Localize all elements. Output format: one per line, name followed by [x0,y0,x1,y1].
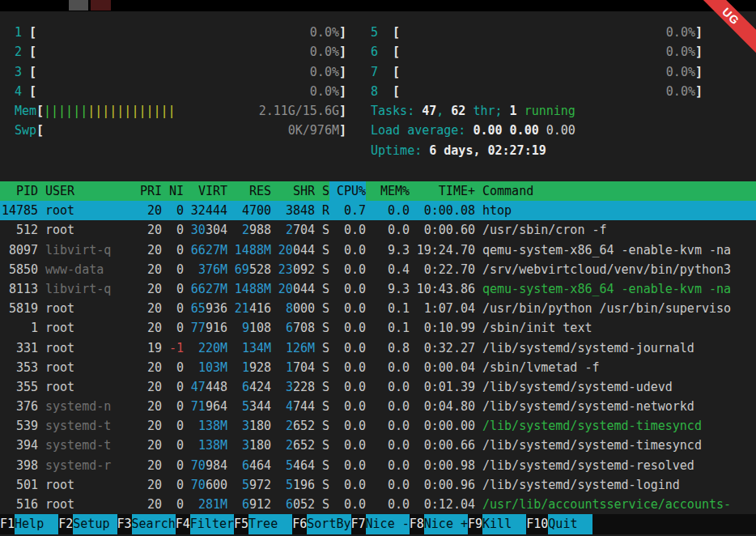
cell-user: systemd-n [38,397,140,416]
f5-key-label: F5 [234,514,248,534]
cell-user: root [38,318,140,338]
cell-virt: 6627M [184,240,227,260]
cell-res: 3180 [227,416,271,436]
column-header-pid[interactable]: PID [2,181,38,201]
cell-mem-percent: 0.4 [366,260,410,279]
cell-shr: 6052 [271,495,315,514]
cell-user: root [38,358,140,377]
cell-mem-percent: 0.0 [366,456,410,475]
cell-pid: 355 [2,377,38,397]
cell-cpu-percent: 0.0 [329,220,366,240]
process-table-body: 14785root2003244447003848R0.70.00:00.08h… [0,201,756,514]
cpu-meter-8-value: 0.0% [666,82,695,101]
process-row[interactable]: 512root2003030429882704S0.00.00:00.60/us… [0,220,756,240]
cell-state: S [315,416,329,436]
process-row[interactable]: 8113libvirt-q2006627M1488M20044S0.09.310… [0,279,756,299]
process-row[interactable]: 516root200281M69126052S0.00.00:12.04/usr… [0,495,756,514]
cell-pri: 20 [140,495,162,514]
fkey-f7[interactable]: F7Nice - [351,514,410,534]
mem-meter: Mem[||||||||||||||||||2.11G/15.6G] [15,101,346,121]
fkey-f5[interactable]: F5Tree [234,514,292,534]
cell-pid: 353 [2,358,38,377]
cell-virt: 30304 [184,220,227,240]
cell-user: systemd-t [38,436,140,455]
cell-mem-percent: 0.0 [366,416,410,436]
meters-left-column: 1[0.0%]2[0.0%]3[0.0%]4[0.0%]Mem[||||||||… [15,23,346,141]
fkey-f2[interactable]: F2Setup [58,514,117,534]
cell-command: /lib/systemd/systemd-udevd [475,377,756,397]
column-header-s[interactable]: S [315,181,329,201]
process-row[interactable]: 1root2007791691086708S0.00.10:10.99/sbin… [0,318,756,338]
cell-state: R [315,201,329,220]
cell-ni: 0 [162,318,184,338]
cell-state: S [315,338,329,358]
column-header-mem[interactable]: MEM% [366,181,410,201]
process-row[interactable]: 5850www-data200376M6952823092S0.00.40:22… [0,260,756,279]
cell-shr: 5464 [271,456,315,475]
column-header-virt[interactable]: VIRT [184,181,227,201]
fkey-f3[interactable]: F3Search [117,514,176,534]
fkey-f10[interactable]: F10Quit [526,514,592,534]
process-table: PIDUSERPRINIVIRTRESSHRSCPU%MEM%TIME+Comm… [0,181,756,514]
cell-pid: 398 [2,456,38,475]
cell-pid: 516 [2,495,38,514]
cpu-meter-6: 6[0.0%] [371,42,703,62]
cpu-meter-5: 5[0.0%] [371,23,703,42]
cell-pid: 5850 [2,260,38,279]
f3-key-label: F3 [117,514,132,534]
process-row[interactable]: 355root2004744864243228S0.00.00:01.39/li… [0,377,756,397]
cell-user: systemd-t [38,416,140,436]
cell-cpu-percent: 0.0 [329,279,366,299]
f6-key-label: F6 [292,514,307,534]
column-header-cpu[interactable]: CPU% [329,181,366,201]
column-header-command[interactable]: Command [475,181,756,201]
htop-terminal-screen: UG 1[0.0%]2[0.0%]3[0.0%]4[0.0%]Mem[|||||… [0,0,756,536]
cpu-meter-7-gauge: 0.0% [400,62,695,82]
process-row[interactable]: 8097libvirt-q2006627M1488M20044S0.09.319… [0,240,756,260]
cpu-meter-1-value: 0.0% [310,23,339,42]
cell-virt: 65936 [184,299,227,318]
process-row[interactable]: 501root2007060059725196S0.00.00:00.96/li… [0,475,756,495]
column-header-user[interactable]: USER [38,181,140,201]
process-row[interactable]: 376systemd-n2007196453444744S0.00.00:04.… [0,397,756,416]
process-row[interactable]: 331root19-1220M134M126MS0.00.80:32.27/li… [0,338,756,358]
process-row[interactable]: 398systemd-r2007098464645464S0.00.00:00.… [0,456,756,475]
cpu-meter-2-value: 0.0% [310,42,339,62]
cell-cpu-percent: 0.0 [329,495,366,514]
cell-time: 0:00.66 [410,436,475,455]
column-header-pri[interactable]: PRI [140,181,162,201]
fkey-f6[interactable]: F6SortBy [292,514,350,534]
process-row[interactable]: 5819root20065936214168000S0.00.11:07.04/… [0,299,756,318]
cpu-meter-3-gauge: 0.0% [36,62,339,82]
column-header-ni[interactable]: NI [162,181,184,201]
process-row[interactable]: 394systemd-t200138M31802652S0.00.00:00.6… [0,436,756,455]
process-row[interactable]: 539systemd-t200138M31802652S0.00.00:00.0… [0,416,756,436]
column-header-shr[interactable]: SHR [271,181,315,201]
cell-pri: 20 [140,436,162,455]
cell-res: 6464 [227,456,271,475]
f8-key-label: F8 [410,514,424,534]
cell-virt: 70600 [184,475,227,495]
fkey-f1[interactable]: F1Help [0,514,58,534]
column-header-time[interactable]: TIME+ [410,181,475,201]
cell-ni: 0 [162,495,184,514]
process-row[interactable]: 353root200103M19281704S0.00.00:00.04/sbi… [0,358,756,377]
fkey-f9[interactable]: F9Kill [468,514,526,534]
fkey-f8[interactable]: F8Nice + [410,514,468,534]
cell-pri: 19 [140,338,162,358]
fkey-f4[interactable]: F4Filter [176,514,234,534]
cell-ni: 0 [162,397,184,416]
column-header-res[interactable]: RES [227,181,271,201]
f7-key-label: F7 [351,514,366,534]
cell-mem-percent: 0.0 [366,475,410,495]
process-row[interactable]: 14785root2003244447003848R0.70.00:00.08h… [0,201,756,220]
cell-res: 21416 [227,299,271,318]
cell-ni: 0 [162,358,184,377]
cell-shr: 3228 [271,377,315,397]
cell-ni: 0 [162,240,184,260]
cell-user: root [38,475,140,495]
cell-pri: 20 [140,201,162,220]
cell-mem-percent: 0.0 [366,436,410,455]
cell-state: S [315,475,329,495]
cpu-meter-8-label: 8 [371,82,393,101]
